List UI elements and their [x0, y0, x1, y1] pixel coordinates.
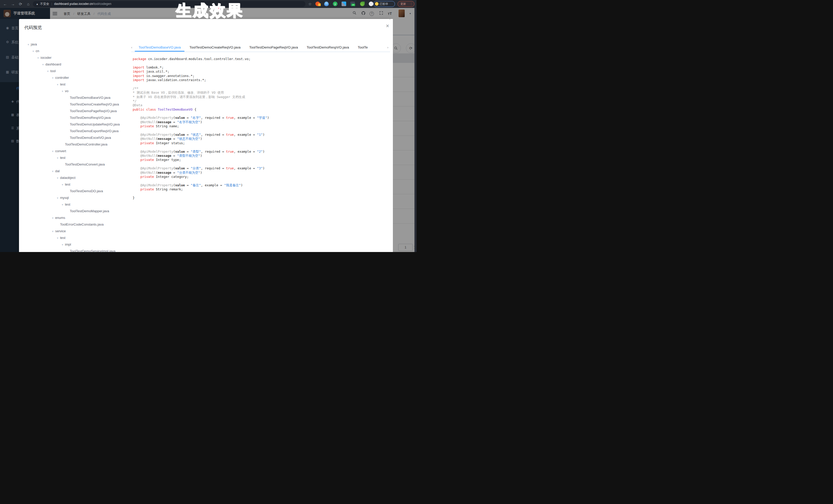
- tab-5[interactable]: ToolTe: [353, 44, 372, 51]
- tree-file-node[interactable]: ToolTestDemoServiceImpl.java: [19, 248, 147, 252]
- tree-caret-icon[interactable]: ▼: [61, 182, 65, 188]
- tree-caret-icon[interactable]: ▼: [56, 155, 60, 162]
- code-line: private Integer type;: [133, 158, 387, 162]
- tree-caret-icon[interactable]: ▼: [61, 88, 65, 95]
- tree-folder-node[interactable]: ▼mysql: [19, 194, 147, 201]
- tree-file-node[interactable]: ToolTestDemoBaseVO.java: [19, 94, 147, 101]
- paused-chip[interactable]: 已暂停: [373, 1, 395, 7]
- code-line: private Integer category;: [133, 175, 387, 179]
- tree-caret-icon[interactable]: ▼: [56, 175, 60, 182]
- tree-folder-node[interactable]: ▼test: [19, 235, 147, 241]
- tree-file-node[interactable]: ToolTestDemoExcelVO.java: [19, 135, 147, 141]
- screenshot-stage: ← → ⟳ ⌂ ▲不安全|dashboard.yudao.iocoder.cn/…: [0, 0, 416, 252]
- modal-scrollbar[interactable]: [390, 19, 393, 252]
- tree-folder-node[interactable]: ▼dataobject: [19, 174, 147, 181]
- tree-folder-node[interactable]: ▼dal: [19, 168, 147, 174]
- tab-3[interactable]: ToolTestDemoPageReqVO.java: [245, 44, 302, 51]
- tree-folder-node[interactable]: ▼java: [19, 41, 147, 48]
- code-line: @ApiModelProperty(value = "状态", required…: [133, 133, 387, 137]
- tree-file-node[interactable]: ToolTestDemoMapper.java: [19, 208, 147, 215]
- tree-folder-node[interactable]: ▼dashboard: [19, 61, 147, 68]
- tree-file-node[interactable]: ToolErrorCodeConstants.java: [19, 221, 147, 228]
- code-line: @NotNull(message = "状态不能为空"): [133, 137, 387, 141]
- tabs-scroll-left-icon[interactable]: ‹: [131, 45, 132, 49]
- tree-caret-icon[interactable]: ▼: [52, 148, 55, 155]
- update-button-label: 更新: [400, 2, 406, 5]
- tree-folder-node[interactable]: ▼impl: [19, 241, 147, 248]
- tree-folder-node[interactable]: ▼convert: [19, 148, 147, 154]
- tree-node-label: enums: [55, 216, 65, 220]
- tree-caret-icon[interactable]: ▼: [56, 235, 60, 241]
- tree-caret-icon[interactable]: ▼: [52, 168, 55, 175]
- tree-node-label: ToolTestDemoDO.java: [70, 189, 103, 193]
- tree-node-label: iocoder: [41, 56, 52, 59]
- code-line: * 如果子 VO 存在差异的字段，请不要添加到这里，影响 Swagger 文档生…: [133, 95, 387, 99]
- code-line: public class ToolTestDemoBaseVO {: [133, 107, 387, 112]
- tab-4[interactable]: ToolTestDemoRespVO.java: [302, 44, 353, 51]
- code-line: @ApiModelProperty(value = "名字", required…: [133, 116, 387, 120]
- tree-file-node[interactable]: ToolTestDemoDO.java: [19, 188, 147, 194]
- tree-folder-node[interactable]: ▼tool: [19, 68, 147, 74]
- tree-node-label: ToolErrorCodeConstants.java: [60, 222, 104, 226]
- tree-caret-icon[interactable]: ▼: [32, 48, 36, 55]
- update-button[interactable]: 更新 ⋮: [398, 1, 414, 7]
- code-line: @NotNull(message = "名字不能为空"): [133, 120, 387, 124]
- tree-file-node[interactable]: ToolTestDemoPageReqVO.java: [19, 108, 147, 115]
- tree-caret-icon[interactable]: ▼: [52, 215, 55, 221]
- tree-folder-node[interactable]: ▼iocoder: [19, 54, 147, 61]
- code-line: /**: [133, 87, 387, 91]
- tree-folder-node[interactable]: ▼test: [19, 201, 147, 208]
- browser-menu-dots-icon[interactable]: ⋮: [410, 1, 413, 7]
- tree-folder-node[interactable]: ▼test: [19, 154, 147, 161]
- tree-folder-node[interactable]: ▼service: [19, 228, 147, 235]
- tree-caret-icon[interactable]: ▼: [37, 55, 41, 61]
- browser-home-icon[interactable]: ⌂: [25, 0, 31, 8]
- tree-folder-node[interactable]: ▼controller: [19, 74, 147, 81]
- tree-file-node[interactable]: ToolTestDemoRespVO.java: [19, 115, 147, 121]
- extensions-puzzle-icon[interactable]: [369, 2, 373, 6]
- tree-node-label: ToolTestDemoExportReqVO.java: [70, 129, 119, 133]
- tree-folder-node[interactable]: ▼cn: [19, 48, 147, 54]
- tree-node-label: impl: [65, 242, 71, 246]
- security-label: 不安全: [40, 2, 49, 6]
- tree-folder-node[interactable]: ▼enums: [19, 215, 147, 221]
- tab-1[interactable]: ToolTestDemoBaseVO.java: [134, 44, 185, 51]
- tree-folder-node[interactable]: ▼test: [19, 181, 147, 188]
- tree-node-label: convert: [55, 149, 66, 153]
- tree-caret-icon[interactable]: ▼: [42, 61, 45, 68]
- tree-caret-icon[interactable]: ▼: [56, 195, 60, 201]
- tab-2[interactable]: ToolTestDemoCreateReqVO.java: [185, 44, 245, 51]
- tree-node-label: ToolTestDemoController.java: [65, 142, 107, 146]
- tree-folder-node[interactable]: ▼vo: [19, 88, 147, 94]
- extension-gem-icon[interactable]: [324, 2, 329, 6]
- tree-file-node[interactable]: ToolTestDemoUpdateReqVO.java: [19, 121, 147, 128]
- address-separator: |: [51, 2, 52, 6]
- tabs-scroll-right-icon[interactable]: ›: [387, 45, 388, 49]
- extension-y-icon[interactable]: y: [333, 2, 337, 6]
- address-bar[interactable]: ▲不安全|dashboard.yudao.iocoder.cn/tool/cod…: [33, 1, 305, 7]
- browser-reload-icon[interactable]: ⟳: [18, 0, 24, 8]
- extension-grid-icon[interactable]: [341, 2, 346, 6]
- tree-node-label: ToolTestDemoConvert.java: [65, 163, 105, 166]
- tree-caret-icon[interactable]: ▼: [61, 241, 65, 248]
- url-path: /tool/codegen: [93, 2, 111, 6]
- browser-back-icon[interactable]: ←: [2, 0, 8, 8]
- tree-file-node[interactable]: ToolTestDemoConvert.java: [19, 161, 147, 168]
- tree-caret-icon[interactable]: ▼: [27, 41, 31, 48]
- bookmark-star-icon[interactable]: ☆: [307, 0, 313, 8]
- code-line: import javax.validation.constraints.*;: [133, 78, 387, 82]
- close-icon[interactable]: ✕: [385, 24, 390, 29]
- code-line: [133, 112, 387, 116]
- window-scrollbar[interactable]: [414, 8, 416, 252]
- tree-file-node[interactable]: ToolTestDemoExportReqVO.java: [19, 128, 147, 135]
- tree-caret-icon[interactable]: ▼: [47, 68, 50, 75]
- tree-caret-icon[interactable]: ▼: [56, 81, 60, 88]
- tree-caret-icon[interactable]: ▼: [52, 228, 55, 235]
- tree-caret-icon[interactable]: ▼: [61, 201, 65, 208]
- extension-leaf-icon[interactable]: [360, 2, 365, 6]
- tree-folder-node[interactable]: ▼test: [19, 81, 147, 88]
- tree-file-node[interactable]: ToolTestDemoCreateReqVO.java: [19, 101, 147, 108]
- tree-file-node[interactable]: ToolTestDemoController.java: [19, 141, 147, 148]
- browser-forward-icon[interactable]: →: [10, 0, 16, 8]
- tree-caret-icon[interactable]: ▼: [52, 75, 55, 81]
